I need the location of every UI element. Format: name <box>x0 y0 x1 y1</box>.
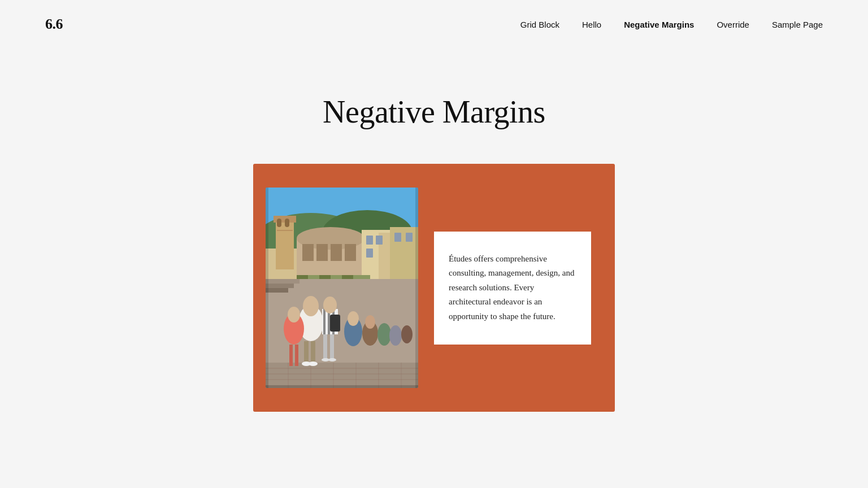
svg-rect-24 <box>406 233 413 242</box>
svg-point-34 <box>303 296 319 316</box>
svg-rect-60 <box>304 341 309 364</box>
svg-rect-63 <box>330 334 334 360</box>
site-header: 6.6 Grid Block Hello Negative Margins Ov… <box>0 0 868 49</box>
svg-point-47 <box>377 323 391 346</box>
svg-rect-23 <box>394 233 401 242</box>
svg-rect-16 <box>345 244 356 261</box>
nav-item-grid-block[interactable]: Grid Block <box>520 20 559 29</box>
svg-rect-71 <box>415 188 418 388</box>
card-image <box>266 188 418 388</box>
svg-rect-14 <box>316 244 328 261</box>
nav-item-override[interactable]: Override <box>717 20 749 29</box>
text-box: Études offers comprehensive consulting, … <box>434 232 591 345</box>
svg-point-46 <box>365 315 375 329</box>
svg-rect-31 <box>266 284 294 288</box>
amalfi-photo-svg <box>266 188 418 388</box>
nav-item-sample-page[interactable]: Sample Page <box>772 20 823 29</box>
svg-rect-32 <box>266 288 288 293</box>
nav-item-hello[interactable]: Hello <box>582 20 601 29</box>
main-content: Negative Margins <box>0 49 868 412</box>
svg-rect-61 <box>311 341 315 364</box>
nav-item-negative-margins[interactable]: Negative Margins <box>624 20 694 29</box>
site-logo[interactable]: 6.6 <box>45 16 63 33</box>
svg-rect-65 <box>295 345 298 366</box>
svg-rect-9 <box>285 219 289 227</box>
svg-rect-72 <box>266 385 418 388</box>
svg-point-69 <box>328 358 336 361</box>
svg-point-48 <box>389 325 402 346</box>
svg-rect-13 <box>302 244 314 261</box>
svg-rect-21 <box>376 236 383 245</box>
svg-rect-70 <box>266 188 268 388</box>
svg-rect-30 <box>266 279 300 284</box>
svg-rect-20 <box>366 236 373 245</box>
svg-point-49 <box>401 325 413 343</box>
main-nav: Grid Block Hello Negative Margins Overri… <box>520 20 823 29</box>
page-title: Negative Margins <box>323 94 545 130</box>
svg-rect-36 <box>323 309 326 334</box>
svg-point-68 <box>322 358 329 361</box>
svg-point-39 <box>323 297 337 313</box>
svg-rect-22 <box>366 249 373 258</box>
svg-rect-62 <box>323 334 327 360</box>
svg-rect-40 <box>330 315 340 332</box>
svg-point-67 <box>309 361 318 366</box>
feature-card: Études offers comprehensive consulting, … <box>253 164 615 412</box>
svg-rect-64 <box>289 345 293 366</box>
svg-rect-10 <box>277 230 293 231</box>
svg-point-42 <box>288 307 300 323</box>
svg-point-44 <box>348 311 359 326</box>
svg-rect-15 <box>331 244 342 261</box>
card-description: Études offers comprehensive consulting, … <box>449 252 576 324</box>
svg-rect-19 <box>390 227 418 281</box>
svg-rect-8 <box>277 219 281 227</box>
